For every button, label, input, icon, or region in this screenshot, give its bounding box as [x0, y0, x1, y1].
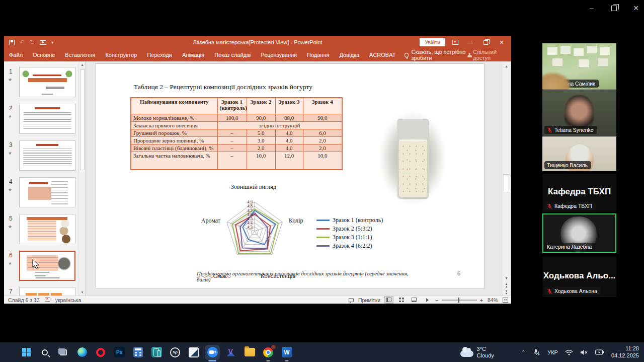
photoshop-button[interactable]: Ps: [113, 346, 125, 358]
scroll-up-icon[interactable]: ▲: [503, 62, 510, 70]
file-explorer-button[interactable]: [244, 346, 256, 358]
task-view-button[interactable]: [57, 346, 69, 358]
scroll-up-icon[interactable]: ▲: [79, 61, 86, 68]
keyboard-language[interactable]: УКР: [547, 349, 558, 355]
undo-icon[interactable]: ↶: [20, 39, 25, 45]
table-row: Закваска прямого внесення згідно інструк…: [131, 121, 342, 129]
ppt-minimize-icon[interactable]: —: [465, 39, 474, 45]
table-header-row: Найменування компоненту Зразок 1 (контро…: [131, 98, 342, 114]
zoom-percentage[interactable]: 84%: [488, 297, 498, 303]
microphone-in-use-icon[interactable]: [532, 349, 540, 356]
participant-tile[interactable]: Тищенко Василь: [542, 136, 616, 171]
scrollbar-thumb[interactable]: [504, 174, 509, 192]
tab-home[interactable]: Основне: [28, 49, 60, 60]
search-button[interactable]: [39, 346, 51, 358]
file-explorer-icon: [245, 348, 255, 356]
tab-design[interactable]: Конструктор: [100, 49, 142, 60]
tab-file[interactable]: Файл: [4, 49, 28, 60]
share-button[interactable]: Спільний доступ: [467, 49, 504, 61]
slide-thumbnail[interactable]: [19, 140, 75, 171]
slide-thumbnail[interactable]: [19, 67, 75, 97]
slide-thumbnail-selected[interactable]: [19, 251, 75, 281]
minimize-icon[interactable]: –: [587, 3, 597, 13]
spellcheck-icon[interactable]: [45, 298, 50, 303]
qat-customize-icon[interactable]: ▾: [51, 40, 53, 45]
tab-slideshow[interactable]: Показ слайдів: [209, 49, 256, 60]
edge-button[interactable]: [76, 346, 88, 358]
zoom-slider[interactable]: − +: [435, 297, 483, 303]
start-button[interactable]: [20, 346, 32, 358]
tab-insert[interactable]: Вставлення: [60, 49, 100, 60]
calculator-button[interactable]: [132, 346, 144, 358]
thumbnail-scrollbar[interactable]: ▲ ▼: [78, 61, 85, 296]
phone-link-button[interactable]: [150, 346, 163, 358]
save-icon[interactable]: [9, 40, 15, 45]
redo-icon[interactable]: ↻: [30, 39, 35, 45]
table-row: Вівсяні пластівці (бланшовані), % – 2,0 …: [131, 144, 342, 152]
reading-view-button[interactable]: [410, 297, 418, 303]
slide-thumbnail[interactable]: [19, 177, 75, 207]
slide-indicator[interactable]: Слайд 6 з 13: [8, 297, 40, 303]
radar-chart-svg: 4,94,84,74,64,54,44,3: [189, 198, 323, 273]
fit-to-window-icon[interactable]: [503, 298, 508, 303]
slideshow-view-button[interactable]: [423, 297, 431, 303]
tab-transitions[interactable]: Переходи: [142, 49, 177, 60]
vertical-scrollbar[interactable]: ▲ ▼ ▲▲ ▼▼: [503, 62, 510, 296]
notes-toggle[interactable]: Примітки: [358, 297, 380, 303]
tab-acrobat[interactable]: ACROBAT: [364, 49, 400, 60]
zoom-in-icon[interactable]: +: [480, 297, 483, 303]
volume-muted-icon[interactable]: [580, 349, 588, 355]
chrome-button[interactable]: [262, 346, 274, 358]
participant-tile[interactable]: Tetiana Synenko: [542, 90, 616, 136]
zoom-app-button[interactable]: [206, 346, 218, 358]
tab-help[interactable]: Довідка: [334, 49, 364, 60]
table-row: Грушевий порошок, % – 5,0 4,0 6,0: [131, 129, 342, 136]
scroll-down-icon[interactable]: ▼: [503, 274, 510, 282]
previous-slide-icon[interactable]: ▲▲: [503, 283, 510, 289]
scroll-down-icon[interactable]: ▼: [79, 289, 86, 296]
v-app-button[interactable]: [225, 346, 237, 358]
animation-star-icon: ★: [8, 77, 12, 82]
tab-view[interactable]: Подання: [302, 49, 334, 60]
restore-icon[interactable]: [609, 3, 619, 13]
hp-scan-button[interactable]: [188, 346, 200, 358]
wifi-icon[interactable]: [565, 349, 573, 355]
normal-view-button[interactable]: [385, 297, 393, 303]
close-icon[interactable]: ✕: [631, 3, 641, 13]
participant-tile[interactable]: Кафедра ТБХП Кафедра ТБХП: [542, 174, 616, 212]
opera-button[interactable]: [95, 346, 107, 358]
participant-tile[interactable]: Марина Самілик: [542, 43, 616, 90]
tab-animations[interactable]: Анімація: [177, 49, 209, 60]
slide-thumbnail[interactable]: [19, 214, 75, 244]
ppt-close-icon[interactable]: ✕: [497, 39, 506, 46]
tab-review[interactable]: Рецензування: [256, 49, 302, 60]
zoom-slider-thumb[interactable]: [458, 298, 459, 303]
battery-charging-icon[interactable]: [595, 349, 604, 355]
hp-button[interactable]: hp: [169, 346, 181, 358]
task-view-icon: [60, 349, 67, 355]
word-button[interactable]: W: [281, 346, 293, 358]
hidden-icons-chevron[interactable]: ⌃: [521, 349, 525, 355]
tell-me-box[interactable]: Скажіть, що потрібно зробити: [405, 49, 467, 61]
slide-number: 1: [9, 68, 13, 75]
zoom-slider-track[interactable]: [442, 300, 477, 301]
participant-tile[interactable]: Ходькова Альо... Ходькова Альона: [542, 257, 616, 297]
weather-widget[interactable]: 3°C Cloudy: [460, 346, 494, 358]
legend-swatch: [316, 245, 330, 247]
ppt-restore-icon[interactable]: [484, 40, 488, 45]
ribbon-display-options-icon[interactable]: [452, 40, 458, 45]
radar-chart: Зовнішній вигляд Колір Консистенція Смак…: [189, 184, 323, 284]
slide-thumbnail[interactable]: [19, 104, 75, 134]
clock-widget[interactable]: 11:28 04.12.2025: [611, 345, 639, 359]
clock-time: 11:28: [611, 345, 639, 352]
participant-tile-active-speaker[interactable]: Катерина Лазебна: [542, 213, 616, 253]
signin-button[interactable]: Увійти: [420, 38, 445, 46]
scrollbar-thumb[interactable]: [80, 69, 85, 170]
start-slideshow-icon[interactable]: [40, 40, 46, 45]
zoom-out-icon[interactable]: −: [435, 297, 438, 303]
slide-canvas[interactable]: Таблиця 2 – Рецептурні композиції дослід…: [96, 63, 485, 289]
slide-sorter-view-button[interactable]: [397, 297, 406, 303]
slide-thumbnail[interactable]: [19, 287, 75, 296]
glass-beaker: [397, 119, 429, 199]
language-indicator[interactable]: українська: [55, 297, 82, 303]
